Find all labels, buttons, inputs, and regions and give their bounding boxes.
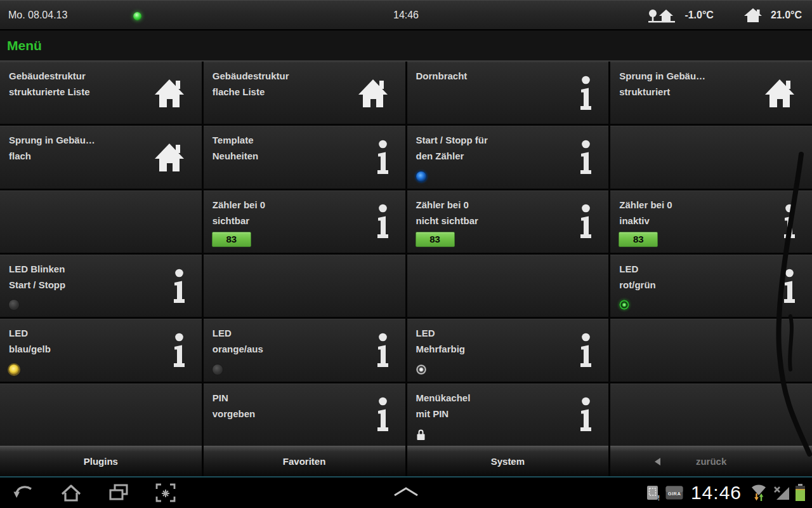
system-tray[interactable]: ! GIRA 14:46 [646, 478, 806, 508]
menu-tile[interactable]: LEDblau/gelb [0, 319, 202, 381]
tile-title-line2: vorgeben [213, 406, 396, 422]
home-icon [154, 144, 185, 171]
info-icon [783, 269, 796, 304]
tile-title-line1: Dornbracht [416, 68, 600, 84]
tile-title-line2: inaktiv [619, 213, 803, 229]
menu-tile-grid: Gebäudestrukturstrukturierte ListeGebäud… [0, 62, 812, 446]
systembar-expand-chevron-icon[interactable] [393, 486, 419, 497]
screenshot-button[interactable] [155, 483, 176, 502]
menu-tile[interactable]: Gebäudestrukturflache Liste [204, 62, 405, 124]
tile-title-line2: sichtbar [213, 213, 396, 229]
tile-title-line2: Neuheiten [213, 148, 396, 164]
led-indicator-off [9, 300, 19, 310]
nav-button-label: zurück [696, 456, 726, 467]
nav-button-label: Favoriten [283, 456, 326, 467]
tile-title-line2: den Zähler [416, 148, 600, 164]
counter-badge: 83 [619, 232, 658, 247]
lock-icon [416, 429, 426, 441]
tile-title-line1: LED [9, 325, 193, 341]
tile-title-line1: Menükachel [416, 390, 600, 406]
temperature-readouts: -1.0°C 21.0°C [648, 1, 802, 29]
tile-title-line1: Zähler bei 0 [213, 197, 396, 213]
home-button[interactable] [60, 483, 82, 502]
back-chevron-icon [653, 457, 661, 467]
home-icon [357, 79, 389, 107]
info-icon [579, 333, 592, 368]
menu-tile[interactable]: TemplateNeuheiten [204, 126, 405, 188]
info-icon [579, 397, 592, 432]
counter-badge: 83 [212, 232, 251, 247]
tile-title-line2: Mehrfarbig [416, 341, 600, 357]
led-indicator-white [416, 364, 426, 375]
recents-button[interactable] [108, 483, 129, 502]
menu-tile[interactable]: LEDorange/aus [204, 319, 405, 381]
sim-alert-icon: ! [646, 485, 661, 501]
tablet-screen: Mo. 08.04.13 14:46 -1.0°C [0, 0, 812, 508]
menu-tile[interactable]: LED BlinkenStart / Stopp [0, 255, 202, 317]
outdoor-temp-item: -1.0°C [648, 8, 714, 23]
info-icon [376, 140, 389, 175]
info-icon [173, 333, 185, 368]
nav-button-zur-ck: zurück [610, 446, 812, 476]
svg-text:!: ! [657, 494, 660, 501]
nav-button-plugins[interactable]: Plugins [0, 446, 202, 476]
wifi-traffic-icon [749, 483, 768, 502]
tile-title-line1: Zähler bei 0 [416, 197, 600, 213]
info-icon [783, 204, 796, 239]
indoor-temp-item: 21.0°C [743, 8, 802, 23]
tile-title-line1: LED [619, 261, 803, 277]
gira-app-icon: GIRA [665, 486, 683, 500]
status-date: Mo. 08.04.13 [0, 10, 67, 21]
connection-status-dot [133, 12, 141, 20]
tile-empty [610, 126, 812, 188]
home-icon [154, 79, 185, 107]
tile-empty [407, 255, 609, 317]
indoor-temp-icon [743, 8, 763, 23]
led-indicator-off [213, 364, 223, 375]
menu-tile[interactable]: LEDrot/grün [610, 255, 812, 317]
nav-button-label: Plugins [84, 456, 118, 467]
info-icon [376, 204, 389, 239]
system-nav-buttons [0, 483, 176, 502]
info-icon [579, 76, 592, 111]
tile-title-line2: rot/grün [619, 277, 803, 293]
menu-tile[interactable]: Zähler bei 0sichtbar83 [204, 190, 405, 253]
menu-tile[interactable]: Menükachelmit PIN [407, 384, 609, 446]
tile-title-line1: PIN [213, 390, 396, 406]
tile-title-line2: blau/gelb [9, 341, 193, 357]
page-title: Menü [7, 38, 42, 53]
tile-title-line1: LED [213, 325, 396, 341]
tile-title-line1: Template [213, 132, 396, 148]
back-button[interactable] [13, 483, 34, 502]
menu-tile[interactable]: Sprung in Gebäu…strukturiert [610, 62, 812, 124]
app-status-bar: Mo. 08.04.13 14:46 -1.0°C [0, 0, 812, 30]
menu-tile[interactable]: Zähler bei 0nicht sichtbar83 [407, 190, 609, 253]
tile-empty [610, 319, 812, 381]
system-clock: 14:46 [691, 482, 742, 504]
tile-title-line2: orange/aus [213, 341, 396, 357]
tile-title-line1: LED Blinken [9, 261, 193, 277]
menu-tile[interactable]: Zähler bei 0inaktiv83 [610, 190, 812, 253]
tile-empty [0, 384, 202, 446]
led-indicator-yellow [9, 364, 19, 375]
info-icon [173, 269, 185, 304]
tile-title-line2: mit PIN [416, 406, 600, 422]
menu-tile[interactable]: Start / Stopp fürden Zähler [407, 126, 609, 188]
indoor-temp-value: 21.0°C [771, 10, 802, 21]
menu-tile[interactable]: Dornbracht [407, 62, 609, 124]
info-icon [579, 204, 592, 239]
menu-tile[interactable]: Sprung in Gebäu…flach [0, 126, 202, 188]
svg-text:GIRA: GIRA [668, 491, 681, 497]
no-signal-icon [773, 485, 790, 501]
status-time: 14:46 [393, 10, 419, 21]
menu-tile[interactable]: Gebäudestrukturstrukturierte Liste [0, 62, 202, 124]
menu-tile[interactable]: PINvorgeben [204, 384, 405, 446]
led-indicator-blue [416, 171, 426, 182]
android-system-bar: ! GIRA 14:46 [0, 478, 812, 508]
nav-button-system[interactable]: System [407, 446, 609, 476]
tile-title-line1: LED [416, 325, 600, 341]
tile-title-line2: nicht sichtbar [416, 213, 600, 229]
tile-title-line2: Start / Stopp [9, 277, 193, 293]
nav-button-favoriten[interactable]: Favoriten [204, 446, 405, 476]
menu-tile[interactable]: LEDMehrfarbig [407, 319, 609, 381]
